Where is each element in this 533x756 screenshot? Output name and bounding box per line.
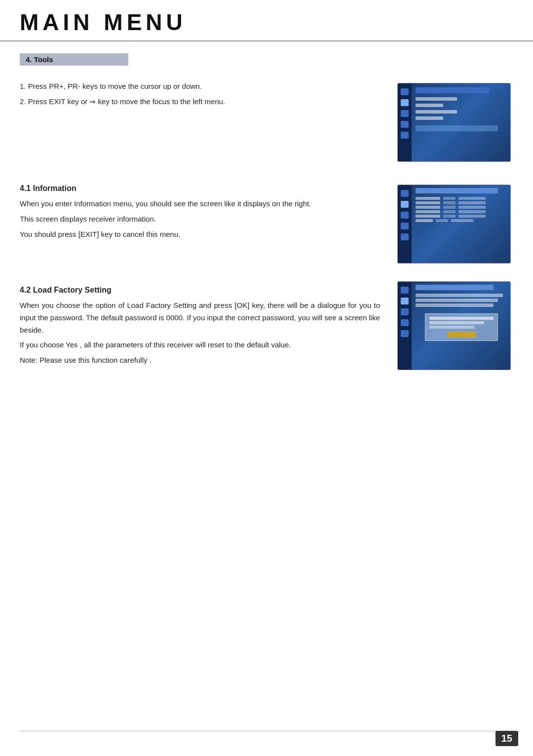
- device-sidebar-2: [398, 185, 412, 263]
- dialog-confirm-button: [447, 332, 476, 338]
- device-screen-factory: [397, 281, 511, 370]
- factory-text: 4.2 Load Factory Setting When you choose…: [20, 284, 380, 370]
- info-sep-6: [436, 219, 448, 222]
- row-label-1: [416, 97, 457, 101]
- sidebar-icon-11: [401, 287, 409, 294]
- factory-text-1: [416, 294, 503, 297]
- device-row-1: [416, 97, 507, 101]
- section-tools-banner-wrapper: 4. Tools: [20, 53, 513, 74]
- sidebar-icon-12: [401, 298, 409, 304]
- main-content: 4. Tools 1. Press PR+, PR- keys to move …: [0, 41, 533, 407]
- info-text: 4.1 Information When you enter Informati…: [20, 182, 380, 266]
- page-header: MAIN MENU: [0, 0, 533, 41]
- sidebar-icon-10: [401, 233, 409, 240]
- device-main-1: [412, 83, 510, 161]
- device-screen-info: [397, 185, 511, 264]
- dialog-row-1: [429, 317, 494, 320]
- factory-para1: When you choose the option of Load Facto…: [20, 300, 380, 336]
- device-main-info: [412, 185, 510, 263]
- info-row-6: [416, 219, 507, 222]
- sidebar-icon-8: [401, 212, 409, 219]
- sidebar-icon-3: [401, 110, 409, 117]
- info-label-6: [416, 219, 433, 222]
- section-factory: 4.2 Load Factory Setting When you choose…: [20, 284, 513, 370]
- row-label-3: [416, 110, 457, 113]
- device-row-3: [416, 110, 507, 114]
- info-label-4: [416, 210, 440, 213]
- tools-para1: 1. Press PR+, PR- keys to move the curso…: [20, 80, 380, 93]
- info-val-5: [458, 215, 486, 218]
- sidebar-icon-1: [401, 88, 409, 95]
- page-title: MAIN MENU: [20, 9, 187, 35]
- info-row-3: [416, 206, 507, 209]
- tools-para2: 2. Press EXIT key or ⇒ key to move the f…: [20, 96, 380, 108]
- info-sep-1: [443, 197, 456, 200]
- sidebar-icon-15: [401, 330, 409, 337]
- dialog-row-2: [429, 321, 484, 324]
- info-sep-5: [443, 215, 456, 218]
- info-row-2: [416, 201, 507, 204]
- factory-para3: Note: Please use this function carefully…: [20, 354, 380, 367]
- info-val-2: [458, 201, 486, 204]
- info-title-bar: [416, 188, 498, 193]
- sidebar-icon-13: [401, 308, 409, 315]
- sidebar-icon-2: [401, 99, 409, 106]
- factory-title-bar: [416, 285, 494, 290]
- device-row-2: [416, 103, 507, 108]
- info-label-1: [416, 197, 440, 200]
- device-row-4: [416, 116, 507, 120]
- sidebar-icon-6: [401, 190, 409, 197]
- info-val-3: [458, 206, 486, 209]
- factory-image: [395, 284, 513, 368]
- tools-text: 1. Press PR+, PR- keys to move the curso…: [20, 80, 380, 164]
- sidebar-icon-5: [401, 132, 409, 139]
- info-para2: This screen displays receiver informatio…: [20, 213, 380, 226]
- sidebar-icon-14: [401, 319, 409, 326]
- device-sidebar-3: [398, 282, 412, 370]
- info-image: [395, 182, 513, 266]
- info-sep-3: [443, 206, 456, 209]
- tools-image: [395, 80, 513, 164]
- info-val-4: [458, 210, 486, 213]
- sidebar-icon-4: [401, 121, 409, 128]
- row-label-2: [416, 104, 443, 107]
- section-tools: 1. Press PR+, PR- keys to move the curso…: [20, 80, 513, 164]
- info-label-3: [416, 206, 440, 209]
- info-para3: You should press [EXIT] key to cancel th…: [20, 228, 380, 241]
- sidebar-icon-9: [401, 223, 409, 229]
- info-sep-4: [443, 210, 456, 213]
- info-val-1: [458, 197, 486, 200]
- device-main-factory: [412, 282, 510, 370]
- bottom-divider: [20, 731, 513, 731]
- row-label-4: [416, 116, 443, 120]
- info-row-5: [416, 215, 507, 218]
- device-sidebar-1: [398, 83, 412, 161]
- page-number: 15: [495, 731, 518, 746]
- info-para1: When you enter Information menu, you sho…: [20, 198, 380, 210]
- sidebar-icon-7: [401, 201, 409, 208]
- info-heading: 4.1 Information: [20, 184, 380, 193]
- factory-dialog-box: [425, 313, 498, 341]
- factory-heading: 4.2 Load Factory Setting: [20, 286, 380, 295]
- factory-text-3: [416, 303, 494, 307]
- factory-text-2: [416, 299, 498, 302]
- info-sep-2: [443, 201, 456, 204]
- info-row-1: [416, 197, 507, 200]
- tools-banner: 4. Tools: [20, 53, 128, 66]
- section-info: 4.1 Information When you enter Informati…: [20, 182, 513, 266]
- dialog-row-3: [429, 326, 475, 329]
- info-val-6: [451, 219, 473, 222]
- device-highlight-row: [416, 125, 498, 131]
- info-label-5: [416, 215, 440, 218]
- device-title-bar-1: [416, 87, 489, 93]
- device-screen-tools: [397, 83, 511, 162]
- info-row-4: [416, 210, 507, 213]
- info-label-2: [416, 201, 440, 204]
- factory-para2: If you choose Yes , all the parameters o…: [20, 339, 380, 351]
